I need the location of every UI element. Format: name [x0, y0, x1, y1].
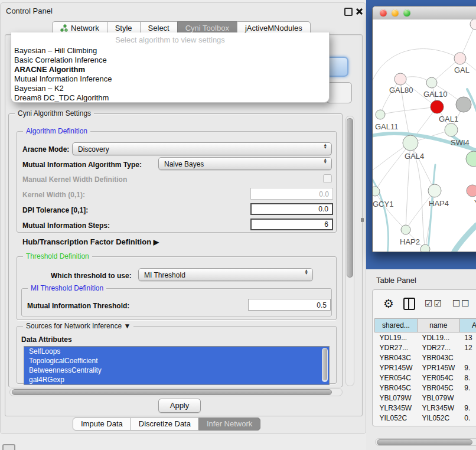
- mi-steps-input[interactable]: 6: [250, 219, 333, 230]
- network-node-gcy1[interactable]: [373, 187, 380, 196]
- dropdown-item[interactable]: Basic Correlation Inference: [11, 56, 329, 65]
- network-node[interactable]: [456, 97, 471, 112]
- network-node-swi4[interactable]: [466, 151, 476, 167]
- network-canvas[interactable]: GALGAL80GAL10GAL1GAL11SWI4GAL4GCY1HAP4YH…: [373, 19, 476, 252]
- close-traffic-light[interactable]: [380, 9, 387, 17]
- table-cell[interactable]: YDL19...: [417, 332, 459, 343]
- network-node-hap4[interactable]: [428, 184, 441, 197]
- network-node[interactable]: [470, 19, 476, 30]
- table-cell[interactable]: YBR045C: [375, 383, 418, 393]
- tab-discretize-data[interactable]: Discretize Data: [131, 418, 199, 431]
- table-cell[interactable]: YIL052C: [375, 413, 418, 423]
- kernel-width-input[interactable]: 0.0: [250, 188, 333, 200]
- table-row[interactable]: YDL19...YDL19...13: [375, 332, 476, 343]
- network-node-gal10[interactable]: [426, 77, 437, 88]
- attribute-list-scrollbar[interactable]: [322, 348, 328, 382]
- network-node-label: GAL80: [389, 86, 413, 94]
- settings-vertical-scrollbar[interactable]: [345, 116, 354, 386]
- mi-threshold-input[interactable]: 0.5: [248, 299, 331, 311]
- tab-impute-data[interactable]: Impute Data: [73, 418, 131, 431]
- network-node-label: SWI4: [451, 138, 470, 147]
- table-row[interactable]: YBR043CYBR043C: [375, 353, 476, 363]
- table-cell[interactable]: YBR045C: [417, 383, 459, 393]
- network-node[interactable]: [431, 100, 444, 113]
- close-icon[interactable]: [356, 8, 363, 15]
- sources-legend[interactable]: Sources for Network Inference ▼: [23, 322, 133, 330]
- dropdown-item[interactable]: Bayesian – Hill Climbing: [11, 46, 329, 56]
- table-cell[interactable]: 9.: [459, 363, 476, 373]
- deselect-all-checkboxes-icon[interactable]: ☐☐: [452, 298, 471, 309]
- panel-splitter-handle[interactable]: [361, 218, 364, 222]
- network-view-window: GALGAL80GAL10GAL1GAL11SWI4GAL4GCY1HAP4YH…: [372, 6, 476, 252]
- dropdown-item[interactable]: ARACNE Algorithm: [11, 65, 329, 74]
- table-column-header[interactable]: A: [459, 319, 476, 332]
- zoom-traffic-light[interactable]: [403, 9, 410, 17]
- mi-algorithm-type-select[interactable]: Naive Bayes ▲▼: [158, 157, 332, 170]
- table-cell[interactable]: YBL079W: [375, 393, 418, 403]
- table-cell[interactable]: YBR043C: [417, 353, 459, 363]
- table-cell[interactable]: YLR345W: [417, 403, 459, 413]
- table-cell[interactable]: YER054C: [375, 373, 418, 383]
- gear-icon[interactable]: ⚙: [383, 298, 394, 309]
- table-column-header[interactable]: name: [417, 319, 459, 332]
- table-column-header[interactable]: shared...: [375, 319, 418, 332]
- table-row[interactable]: YIL052CYIL052C0.: [375, 413, 476, 423]
- apply-button[interactable]: Apply: [158, 399, 201, 413]
- table-cell[interactable]: 12: [459, 343, 476, 353]
- table-row[interactable]: YDR27...YDR27...12: [375, 343, 476, 353]
- table-cell[interactable]: YDL19...: [375, 332, 418, 343]
- attribute-item[interactable]: gal4RGexp: [24, 375, 329, 384]
- background-box-fragment: [326, 82, 352, 103]
- manual-kernel-width-checkbox[interactable]: [323, 174, 332, 183]
- tab-infer-network[interactable]: Infer Network: [198, 418, 260, 431]
- attribute-item[interactable]: SelfLoops: [24, 347, 329, 356]
- dpi-tolerance-input[interactable]: 0.0: [250, 203, 333, 215]
- network-node-gal11[interactable]: [376, 110, 385, 119]
- network-node-hap2[interactable]: [401, 225, 410, 234]
- table-cell[interactable]: YDR27...: [375, 343, 418, 353]
- table-cell[interactable]: YLR345W: [375, 403, 418, 413]
- network-window-titlebar[interactable]: [373, 6, 476, 20]
- table-horizontal-scrollbar[interactable]: [375, 438, 476, 446]
- table-cell[interactable]: YPR145W: [417, 363, 459, 373]
- table-row[interactable]: YBR045CYBR045C9.: [375, 383, 476, 393]
- attribute-item[interactable]: BetweennessCentrality: [24, 366, 329, 375]
- table-cell[interactable]: 0.: [459, 413, 476, 423]
- float-window-icon[interactable]: [344, 8, 353, 16]
- dropdown-item[interactable]: Bayesian – K2: [11, 84, 329, 93]
- table-row[interactable]: YPR145WYPR145W9.: [375, 363, 476, 373]
- table-cell[interactable]: YDR27...: [417, 343, 459, 353]
- table-cell[interactable]: 13: [459, 332, 476, 343]
- settings-horizontal-scrollbar[interactable]: [9, 388, 343, 396]
- dropdown-item[interactable]: Dream8 DC_TDC Algorithm: [11, 93, 329, 103]
- table-cell[interactable]: [459, 393, 476, 403]
- network-node-gal80[interactable]: [395, 73, 406, 85]
- table-row[interactable]: YBL079WYBL079W: [375, 393, 476, 403]
- table-cell[interactable]: YBR043C: [375, 353, 418, 363]
- minimize-traffic-light[interactable]: [392, 9, 399, 17]
- columns-icon[interactable]: [403, 298, 415, 310]
- network-node[interactable]: [420, 244, 430, 252]
- table-cell[interactable]: YIL052C: [417, 413, 459, 423]
- select-all-checkboxes-icon[interactable]: ☑☑: [425, 298, 443, 309]
- table-cell[interactable]: YPR145W: [375, 363, 418, 373]
- data-attributes-list[interactable]: SelfLoopsTopologicalCoefficientBetweenne…: [24, 346, 330, 385]
- network-node-gal4[interactable]: [403, 135, 418, 151]
- table-cell[interactable]: YBL079W: [417, 393, 459, 403]
- table-row[interactable]: YLR345WYLR345W9.: [375, 403, 476, 413]
- network-node-gal[interactable]: [454, 53, 466, 64]
- which-threshold-select[interactable]: MI Threshold ▲▼: [138, 268, 313, 281]
- table-cell[interactable]: 8.: [459, 373, 476, 383]
- hub-definition-toggle[interactable]: Hub/Transcription Factor Definition ▶: [22, 237, 159, 246]
- table-row[interactable]: YER054CYER054C8.: [375, 373, 476, 383]
- table-cell[interactable]: 9.: [459, 383, 476, 393]
- network-node-y[interactable]: [467, 185, 476, 197]
- dropdown-item[interactable]: Mutual Information Inference: [11, 74, 329, 84]
- mini-panel-button[interactable]: [2, 444, 15, 450]
- table-cell[interactable]: YER054C: [417, 373, 459, 383]
- aracne-mode-select[interactable]: Discovery ▲▼: [72, 142, 332, 155]
- table-cell[interactable]: 9.: [459, 403, 476, 413]
- table-cell[interactable]: [459, 353, 476, 363]
- network-node-gal1[interactable]: [445, 123, 458, 136]
- attribute-item[interactable]: TopologicalCoefficient: [24, 356, 329, 366]
